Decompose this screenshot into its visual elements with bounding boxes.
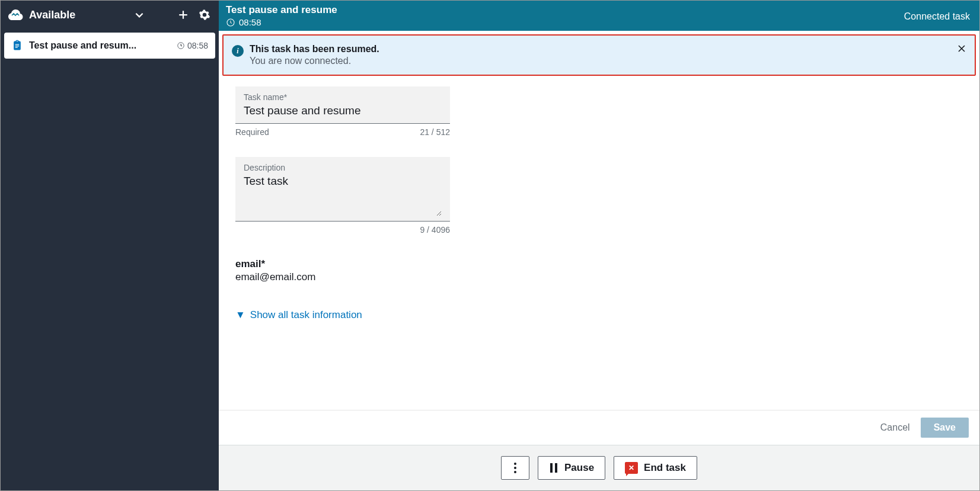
- end-task-button[interactable]: ✕ End task: [614, 456, 697, 480]
- more-actions-button[interactable]: [501, 456, 529, 480]
- header-bar: Test pause and resume 08:58 Connected ta…: [219, 1, 979, 31]
- info-icon: i: [232, 45, 244, 57]
- end-task-icon: ✕: [625, 462, 638, 474]
- chevron-down-icon: [134, 9, 145, 20]
- settings-button[interactable]: [196, 7, 213, 23]
- cloud-icon: [7, 8, 24, 22]
- save-bar: Cancel Save: [219, 410, 979, 445]
- task-card-time: 08:58: [177, 41, 208, 50]
- pause-label: Pause: [564, 462, 594, 474]
- svg-rect-6: [555, 463, 557, 473]
- resume-alert: i This task has been resumed. You are no…: [222, 34, 976, 76]
- task-name-counter: 21 / 512: [420, 127, 450, 137]
- email-label: email*: [235, 258, 963, 270]
- alert-title: This task has been resumed.: [250, 44, 949, 54]
- save-button[interactable]: Save: [921, 418, 969, 438]
- task-name-input[interactable]: [244, 104, 442, 117]
- close-icon: [957, 44, 966, 53]
- header-time: 08:58: [226, 17, 337, 27]
- action-bar: Pause ✕ End task: [219, 445, 979, 490]
- header-time-text: 08:58: [239, 17, 261, 27]
- sidebar-header: Available: [1, 1, 219, 29]
- svg-point-2: [514, 463, 516, 465]
- connection-status: Connected task: [904, 11, 970, 22]
- agent-status: Available: [29, 9, 126, 21]
- add-button[interactable]: [175, 7, 191, 23]
- clock-icon: [177, 41, 185, 50]
- description-label: Description: [244, 163, 442, 172]
- task-card-title: Test pause and resum...: [29, 40, 171, 51]
- pause-button[interactable]: Pause: [538, 456, 605, 480]
- description-field[interactable]: Description: [235, 157, 450, 222]
- main-panel: Test pause and resume 08:58 Connected ta…: [219, 1, 979, 490]
- show-all-link[interactable]: ▼ Show all task information: [235, 309, 963, 321]
- kebab-icon: [513, 462, 517, 474]
- task-card[interactable]: Test pause and resum... 08:58: [4, 33, 215, 59]
- task-card-time-text: 08:58: [187, 41, 208, 50]
- status-dropdown[interactable]: [131, 7, 148, 23]
- cancel-button[interactable]: Cancel: [880, 422, 910, 433]
- description-input[interactable]: [244, 175, 442, 216]
- pause-icon: [549, 463, 558, 473]
- show-all-text: Show all task information: [250, 309, 362, 321]
- email-value: email@email.com: [235, 271, 963, 283]
- clock-icon: [226, 18, 235, 27]
- required-text: Required: [235, 127, 269, 137]
- svg-point-3: [514, 467, 516, 469]
- svg-point-4: [514, 471, 516, 473]
- description-helper: 9 / 4096: [235, 225, 450, 235]
- form-area: Task name* Required 21 / 512 Description…: [219, 76, 979, 410]
- task-name-field[interactable]: Task name*: [235, 86, 450, 124]
- end-task-label: End task: [644, 462, 686, 474]
- task-name-label: Task name*: [244, 92, 442, 102]
- gear-icon: [199, 9, 210, 21]
- alert-body: You are now connected.: [250, 56, 949, 66]
- alert-close-button[interactable]: [955, 41, 969, 56]
- description-counter: 9 / 4096: [420, 225, 450, 235]
- triangle-down-icon: ▼: [235, 309, 245, 321]
- svg-rect-5: [550, 463, 553, 473]
- plus-icon: [178, 9, 189, 20]
- task-name-helper: Required 21 / 512: [235, 127, 450, 137]
- sidebar: Available Test pause and resum... 08:58: [1, 1, 219, 490]
- clipboard-icon: [11, 40, 23, 52]
- page-title: Test pause and resume: [226, 4, 337, 16]
